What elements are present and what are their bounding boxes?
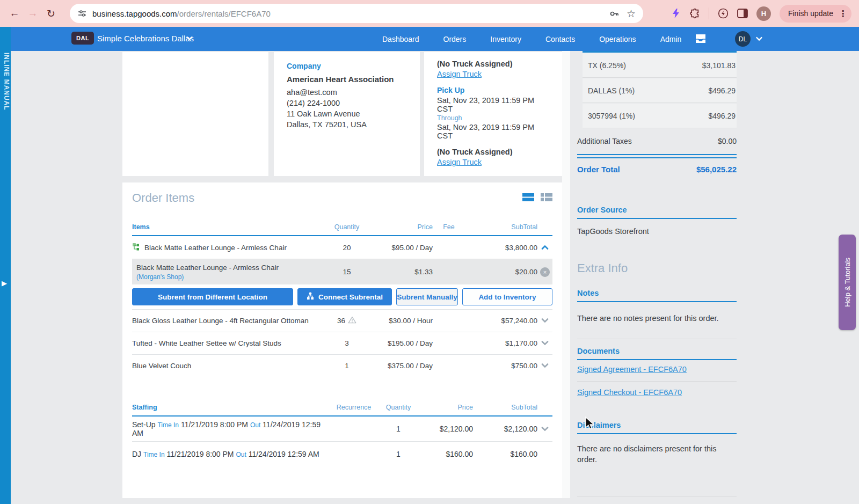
warning-triangle-icon[interactable] — [348, 316, 356, 325]
item-subtotal: $57,240.00 — [465, 317, 537, 325]
table-row[interactable]: Black Gloss Leather Lounge - 4ft Rectang… — [132, 309, 552, 332]
out-label: Out — [236, 451, 246, 458]
browser-menu-icon[interactable]: ⋮ — [839, 9, 847, 19]
items-table-header: Items Quantity Price Fee SubTotal — [132, 223, 552, 231]
item-subtotal: $750.00 — [465, 362, 537, 370]
order-summary-card — [122, 52, 268, 176]
nav-item-operations[interactable]: Operations — [599, 35, 636, 43]
grid-view-icon[interactable] — [541, 193, 552, 204]
scrollbar-track[interactable] — [562, 51, 570, 498]
user-avatar[interactable]: DL — [735, 31, 751, 47]
inline-manual-play-icon[interactable]: ▶ — [2, 279, 7, 287]
url-bar[interactable]: business.tapgoods.com/orders/rentals/EFC… — [70, 4, 643, 23]
inline-manual-strip[interactable]: INLINE MANUAL ▶ — [0, 27, 11, 504]
performance-leaf-icon[interactable] — [718, 8, 729, 19]
mouse-cursor — [584, 417, 596, 432]
forward-icon[interactable]: → — [24, 8, 42, 19]
inbox-tray-icon[interactable] — [694, 33, 707, 47]
extensions-puzzle-icon[interactable] — [689, 8, 700, 19]
order-total-label: Order Total — [577, 165, 620, 174]
chevron-down-icon[interactable] — [537, 339, 552, 347]
table-row[interactable]: Black Matte Leather Lounge - Armless Cha… — [132, 236, 552, 259]
subrental-name: Black Matte Leather Lounge - Armless Cha… — [136, 264, 323, 272]
order-source-title: Order Source — [577, 206, 737, 219]
user-menu-chevron-down-icon[interactable] — [755, 35, 763, 45]
order-total-row: Order Total $56,025.22 — [577, 165, 737, 174]
help-tutorials-tab[interactable]: Help & Tutorials — [839, 235, 856, 330]
item-name: Blue Velvet Couch — [132, 362, 191, 370]
subrent-different-location-button[interactable]: Subrent from Different Location — [132, 288, 293, 305]
order-total-value: $56,025.22 — [696, 165, 737, 174]
inline-manual-label: INLINE MANUAL — [1, 53, 10, 111]
reload-icon[interactable]: ↻ — [42, 8, 60, 20]
company-phone: (214) 224-1000 — [287, 98, 407, 108]
finish-update-button[interactable]: Finish update ⋮ — [780, 5, 851, 23]
section-divider — [577, 339, 737, 339]
staff-subtotal: $160.00 — [473, 450, 537, 458]
table-row[interactable]: Tufted - White Leather Settee w/ Crystal… — [132, 332, 552, 354]
location-chevron-down-icon[interactable] — [186, 34, 193, 44]
url-text[interactable]: business.tapgoods.com/orders/rentals/EFC… — [92, 9, 609, 18]
assign-truck-link-2[interactable]: Assign Truck — [437, 158, 482, 166]
chevron-down-icon[interactable] — [537, 425, 552, 433]
table-row[interactable]: Blue Velvet Couch 1 $375.00 / Day $750.0… — [132, 354, 552, 377]
additional-taxes-value: $0.00 — [718, 137, 737, 145]
staff-subtotal: $2,120.00 — [473, 425, 537, 433]
staffing-row[interactable]: DJ Time In 11/21/2019 8:00 PM Out 11/24/… — [132, 441, 552, 466]
subrental-quantity: 15 — [323, 268, 371, 276]
bolt-extension-icon[interactable] — [671, 8, 681, 19]
item-quantity: 3 — [323, 339, 371, 347]
chrome-actions: H Finish update ⋮ — [671, 0, 859, 27]
chevron-down-icon[interactable] — [537, 362, 552, 370]
col-quantity: Quantity — [323, 223, 371, 231]
chevron-down-icon[interactable] — [537, 317, 552, 325]
nav-item-contacts[interactable]: Contacts — [545, 35, 575, 43]
time-in-label: Time In — [157, 421, 179, 429]
subrent-manually-button[interactable]: Subrent Manually — [396, 288, 458, 305]
nav-item-inventory[interactable]: Inventory — [490, 35, 521, 43]
signed-checkout-link[interactable]: Signed Checkout - EFCF6A70 — [577, 388, 682, 397]
back-icon[interactable]: ← — [5, 8, 24, 19]
col-staff-quantity: Quantity — [377, 404, 419, 411]
password-key-icon[interactable] — [609, 9, 619, 19]
col-price: Price — [371, 223, 433, 231]
order-items-card: Order Items Items Quantity Price Fee Sub… — [122, 182, 562, 498]
tax-label: 3057994 (1%) — [588, 112, 635, 120]
staffing-row[interactable]: Set-Up Time In 11/21/2019 8:00 PM Out 11… — [132, 417, 552, 441]
list-view-icon[interactable] — [522, 193, 534, 204]
company-address-1: 11 Oak Lawn Avenue — [287, 108, 407, 119]
item-subtotal: $1,170.00 — [465, 339, 537, 347]
chevron-up-icon[interactable] — [537, 244, 552, 252]
remove-subrental-icon[interactable]: × — [540, 267, 550, 277]
nav-item-admin[interactable]: Admin — [660, 35, 682, 43]
subrental-source[interactable]: (Morgan's Shop) — [136, 273, 323, 281]
col-fee: Fee — [433, 223, 465, 231]
disclaimers-empty-text: There are no disclaimers present for thi… — [577, 443, 737, 465]
browser-profile-avatar[interactable]: H — [756, 6, 771, 21]
item-name: Tufted - White Leather Settee w/ Crystal… — [132, 339, 281, 347]
connect-subrental-button[interactable]: Connect Subrental — [297, 288, 392, 305]
assign-truck-link-1[interactable]: Assign Truck — [437, 70, 482, 78]
order-items-title: Order Items — [132, 191, 194, 205]
company-card: Company American Heart Association aha@t… — [274, 52, 420, 176]
subrent-hierarchy-icon — [132, 243, 140, 253]
item-quantity: 20 — [323, 244, 371, 252]
subrental-row[interactable]: Black Matte Leather Lounge - Armless Cha… — [132, 259, 552, 284]
location-badge[interactable]: DAL — [71, 32, 94, 45]
billing-sidebar: TX (6.25%) $3,101.83 DALLAS (1%) $496.29… — [577, 51, 737, 498]
nav-item-dashboard[interactable]: Dashboard — [382, 35, 419, 43]
dropoff-truck-status: (No Truck Assigned) — [437, 60, 549, 68]
add-to-inventory-button[interactable]: Add to Inventory — [462, 288, 552, 305]
pickup-truck-status: (No Truck Assigned) — [437, 148, 549, 156]
staff-description: DJ Time In 11/21/2019 8:00 PM Out 11/24/… — [132, 450, 330, 458]
nav-item-orders[interactable]: Orders — [443, 35, 467, 43]
company-name: American Heart Association — [287, 75, 407, 84]
side-panel-icon[interactable] — [737, 9, 748, 18]
time-in-label: Time In — [143, 451, 165, 458]
signed-agreement-link[interactable]: Signed Agreement - EFCF6A70 — [577, 365, 687, 374]
subrental-price: $1.33 — [371, 268, 433, 276]
site-settings-icon[interactable] — [77, 9, 87, 18]
notes-empty-text: There are no notes present for this orde… — [577, 313, 737, 324]
bookmark-star-icon[interactable]: ☆ — [627, 8, 636, 20]
location-selector[interactable]: Simple Celebrations Dallas — [97, 34, 194, 43]
